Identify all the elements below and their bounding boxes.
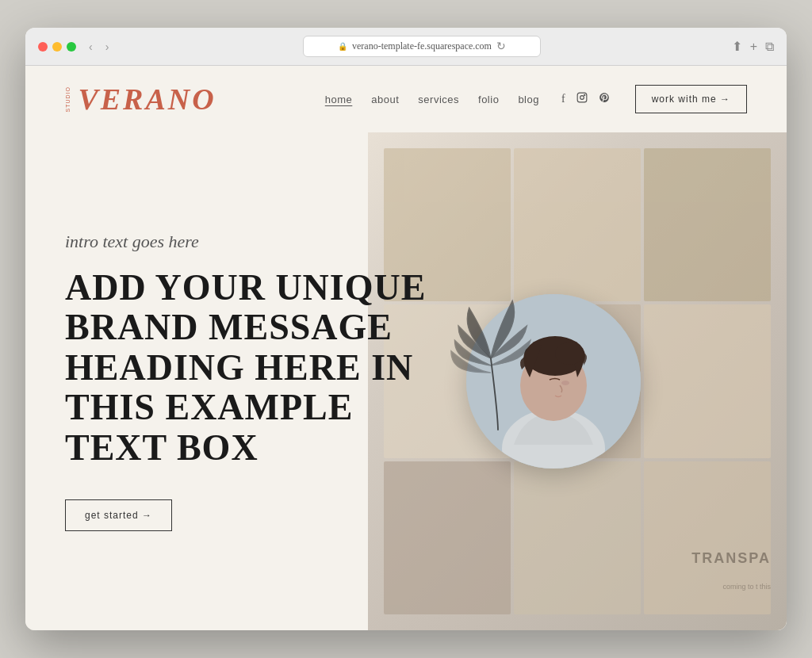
minimize-dot[interactable] <box>52 42 62 52</box>
nav-services[interactable]: services <box>418 94 459 105</box>
logo-main-text: VERANO <box>78 82 216 117</box>
mb-cell-6 <box>644 304 771 457</box>
site-header: STUDIO VERANO home about services folio … <box>25 66 787 132</box>
get-started-button[interactable]: get started → <box>65 499 172 531</box>
nav-blog[interactable]: blog <box>518 94 539 105</box>
mb-cell-9 <box>644 461 771 614</box>
pinterest-icon[interactable] <box>599 92 610 106</box>
lock-icon: 🔒 <box>338 42 347 51</box>
hero-section: TRANSPA coming to t this intro text goes… <box>25 132 787 630</box>
svg-point-1 <box>580 96 584 100</box>
social-icons: f <box>561 92 610 106</box>
tabs-button[interactable]: ⧉ <box>765 39 774 54</box>
nav-home[interactable]: home <box>325 94 353 105</box>
svg-point-8 <box>555 342 584 365</box>
mb-cell-2 <box>514 148 641 301</box>
svg-rect-0 <box>577 93 587 102</box>
browser-window: ‹ › 🔒 verano-template-fe.squarespace.com… <box>25 28 787 630</box>
mb-cell-3 <box>644 148 771 301</box>
browser-nav: ‹ › <box>86 39 112 55</box>
browser-chrome: ‹ › 🔒 verano-template-fe.squarespace.com… <box>25 28 787 66</box>
svg-point-9 <box>561 381 569 385</box>
hero-left: intro text goes here ADD YOUR UNIQUE BRA… <box>25 132 482 630</box>
back-button[interactable]: ‹ <box>86 39 96 55</box>
logo-small-text: STUDIO <box>65 86 71 112</box>
browser-actions: ⬆ + ⧉ <box>732 39 774 54</box>
forward-button[interactable]: › <box>102 39 113 55</box>
hero-heading: ADD YOUR UNIQUE BRAND MESSAGE HEADING HE… <box>65 268 442 469</box>
instagram-icon[interactable] <box>576 92 588 106</box>
close-dot[interactable] <box>38 42 48 52</box>
transp-label: TRANSPA <box>691 550 771 567</box>
transp-sub: coming to t this <box>722 583 771 591</box>
palm-leaf-icon <box>450 286 546 445</box>
svg-point-2 <box>584 94 584 95</box>
site-nav: home about services folio blog f <box>325 85 747 113</box>
maximize-dot[interactable] <box>67 42 76 52</box>
new-tab-button[interactable]: + <box>750 39 757 54</box>
url-text: verano-template-fe.squarespace.com <box>352 40 492 52</box>
hero-intro-text: intro text goes here <box>65 231 442 252</box>
facebook-icon[interactable]: f <box>561 93 565 105</box>
logo-area: STUDIO VERANO <box>65 82 216 117</box>
address-bar[interactable]: 🔒 verano-template-fe.squarespace.com ↻ <box>121 36 722 57</box>
nav-folio[interactable]: folio <box>478 94 499 105</box>
browser-dots <box>38 42 76 52</box>
website-content: STUDIO VERANO home about services folio … <box>25 66 787 630</box>
mb-cell-8 <box>514 461 641 614</box>
refresh-icon: ↻ <box>496 40 506 53</box>
nav-about[interactable]: about <box>371 94 399 105</box>
work-with-me-button[interactable]: work with me → <box>635 85 747 113</box>
share-button[interactable]: ⬆ <box>732 39 742 54</box>
